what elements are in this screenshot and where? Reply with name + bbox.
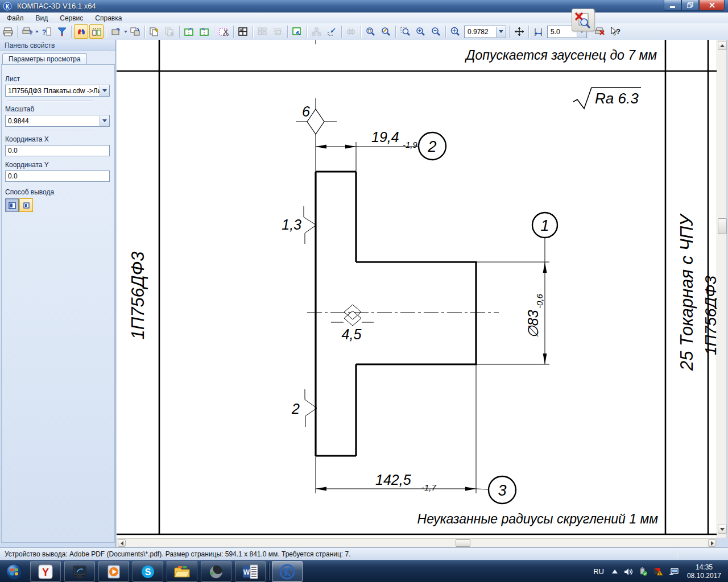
zoom-combo-arrow[interactable] bbox=[496, 27, 506, 37]
close-button[interactable] bbox=[699, 0, 725, 11]
drawing-canvas[interactable]: Допускается заусенец до 7 мм Неуказанные… bbox=[117, 40, 717, 538]
datum-label: 6 bbox=[302, 103, 310, 119]
snap-point-icon[interactable] bbox=[325, 24, 339, 39]
output-mode-label: Способ вывода bbox=[5, 188, 54, 196]
taskbar-yandex-button[interactable]: Y bbox=[30, 561, 61, 582]
print-setup-icon[interactable]: ? bbox=[20, 24, 34, 39]
rotate-page-icon[interactable] bbox=[109, 24, 123, 39]
zoom-out-icon[interactable] bbox=[429, 24, 443, 39]
scroll-up-button[interactable] bbox=[718, 41, 727, 50]
h-scroll-thumb[interactable] bbox=[456, 539, 470, 547]
coord-x-input[interactable]: 0.0 bbox=[5, 145, 110, 156]
scroll-right-button[interactable] bbox=[708, 539, 716, 547]
page-next-icon[interactable] bbox=[197, 24, 212, 39]
coord-y-input[interactable]: 0.0 bbox=[5, 171, 110, 182]
sheet-combo-arrow[interactable] bbox=[100, 86, 109, 96]
four-pages-icon[interactable] bbox=[236, 24, 250, 39]
window-title: КОМПАС-3D V16.1 x64 bbox=[17, 0, 96, 13]
taskbar-media-player-button[interactable] bbox=[98, 561, 129, 582]
zoom-area-icon[interactable] bbox=[379, 24, 393, 39]
clock[interactable]: 14:35 08.10.2017 bbox=[687, 563, 721, 580]
tile-pages-icon[interactable] bbox=[255, 24, 270, 39]
print-setup-dropdown[interactable] bbox=[35, 31, 39, 33]
part-contour bbox=[316, 172, 476, 456]
select-pages-icon[interactable] bbox=[271, 24, 285, 39]
filter-icon[interactable] bbox=[55, 24, 69, 39]
h-scrollbar[interactable] bbox=[117, 538, 717, 547]
zoom-combo[interactable]: 0.9782 bbox=[464, 26, 506, 38]
usb-device-icon[interactable] bbox=[639, 567, 648, 576]
network-icon[interactable] bbox=[669, 568, 679, 576]
windows-orb-icon bbox=[6, 563, 23, 580]
close-print-icon[interactable] bbox=[593, 24, 607, 39]
center-mark-label: 4,5 bbox=[342, 326, 362, 342]
close-preview-button[interactable] bbox=[572, 9, 594, 31]
start-button[interactable] bbox=[2, 562, 27, 581]
taskbar-media-center-button[interactable] bbox=[64, 561, 95, 582]
crescent-icon bbox=[209, 564, 224, 579]
callout-1: 1 bbox=[540, 217, 549, 234]
zoom-scale-icon[interactable] bbox=[448, 24, 462, 39]
taskbar-kompas-button[interactable] bbox=[272, 561, 303, 582]
toolbar: ? ? bbox=[0, 23, 728, 40]
tray-date: 08.10.2017 bbox=[687, 572, 721, 580]
antivirus-warning-icon[interactable] bbox=[653, 567, 663, 576]
fit-page-icon[interactable] bbox=[290, 24, 304, 39]
right-stamp-clipped: 1П756ДФ3 bbox=[702, 276, 717, 356]
dim-length-value: 142,5 bbox=[375, 472, 411, 488]
tab-view-parameters[interactable]: Параметры просмотра bbox=[2, 53, 87, 65]
cut-page-icon[interactable] bbox=[217, 24, 231, 39]
rotate-page-dropdown[interactable] bbox=[124, 31, 127, 33]
yandex-icon: Y bbox=[38, 564, 53, 579]
print-icon[interactable] bbox=[1, 24, 15, 39]
page-question-icon[interactable]: ? bbox=[39, 24, 53, 39]
coord-y-value: 0.0 bbox=[6, 172, 109, 180]
taskbar: Y S W RU 14 bbox=[0, 560, 728, 582]
panel-header[interactable]: Панель свойств bbox=[0, 40, 115, 51]
menu-help[interactable]: Справка bbox=[90, 13, 127, 23]
sheet-value: 1П756ДФ3 Плакаты.cdw ->Лист bbox=[6, 87, 100, 95]
tree-structure-icon[interactable] bbox=[309, 24, 324, 39]
scroll-left-button[interactable] bbox=[118, 539, 126, 547]
zoom-select-icon[interactable] bbox=[398, 24, 412, 39]
pan-icon[interactable] bbox=[512, 24, 526, 39]
zoom-in-icon[interactable] bbox=[413, 24, 428, 39]
minimize-button[interactable] bbox=[664, 0, 681, 11]
taskbar-utility-button[interactable] bbox=[201, 561, 231, 582]
taskbar-skype-button[interactable]: S bbox=[133, 561, 163, 582]
tray-time: 14:35 bbox=[687, 563, 721, 572]
taskbar-explorer-button[interactable] bbox=[167, 561, 197, 582]
svg-text:?: ? bbox=[616, 27, 621, 36]
page-prev-icon[interactable] bbox=[182, 24, 196, 39]
v-scrollbar[interactable] bbox=[717, 40, 727, 538]
window-controls bbox=[664, 0, 725, 10]
copy-page-icon[interactable] bbox=[147, 24, 162, 39]
sheet-combo[interactable]: 1П756ДФ3 Плакаты.cdw ->Лист bbox=[5, 85, 110, 97]
bottom-note: Неуказанные радиусы скруглений 1 мм bbox=[417, 512, 659, 526]
mark-top-label: 1,3 bbox=[282, 217, 301, 232]
align-pages-icon[interactable] bbox=[344, 24, 358, 39]
restore-button[interactable] bbox=[681, 0, 699, 11]
title-bar: К КОМПАС-3D V16.1 x64 bbox=[0, 0, 728, 13]
hidden-icons-button[interactable] bbox=[611, 569, 618, 575]
scale-combo-arrow[interactable] bbox=[100, 116, 109, 126]
swap-pages-icon[interactable] bbox=[128, 24, 142, 39]
delete-page-icon[interactable] bbox=[163, 24, 177, 39]
help-cursor-icon[interactable]: ? bbox=[608, 24, 622, 39]
step-icon[interactable] bbox=[531, 24, 545, 39]
output-all-sheets-button[interactable] bbox=[5, 198, 19, 212]
volume-icon[interactable] bbox=[624, 568, 633, 576]
menu-view[interactable]: Вид bbox=[31, 13, 53, 23]
roughness-value: Ra 6.3 bbox=[595, 90, 639, 107]
snap-magnet-icon[interactable] bbox=[74, 24, 88, 39]
zoom-document-icon[interactable] bbox=[363, 24, 378, 39]
output-current-sheet-button[interactable] bbox=[19, 198, 33, 212]
taskbar-word-button[interactable]: W bbox=[235, 561, 266, 582]
grid-icon[interactable] bbox=[89, 24, 104, 39]
language-indicator[interactable]: RU bbox=[593, 567, 604, 576]
v-scroll-thumb[interactable] bbox=[718, 218, 727, 234]
menu-service[interactable]: Сервис bbox=[55, 13, 88, 23]
menu-file[interactable]: Файл bbox=[2, 13, 29, 23]
scroll-down-button[interactable] bbox=[718, 525, 727, 534]
scale-combo[interactable]: 0.9844 bbox=[5, 115, 110, 127]
